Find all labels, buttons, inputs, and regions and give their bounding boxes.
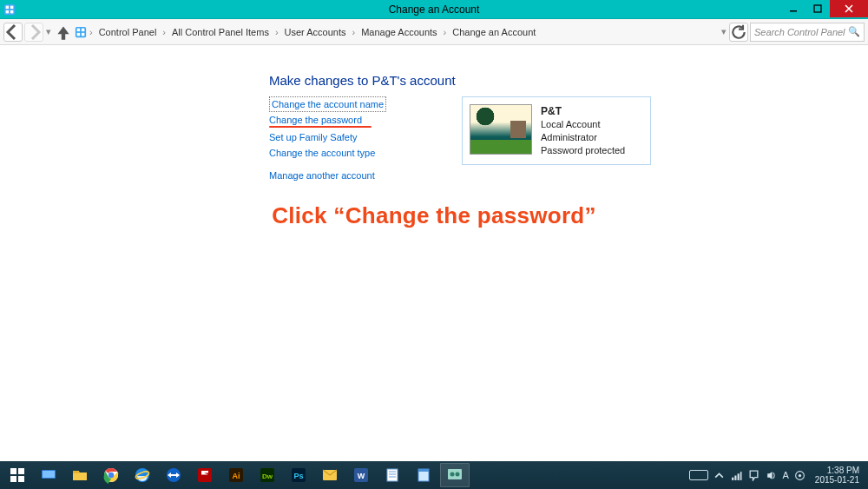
- taskbar-app-dreamweaver[interactable]: Dw: [253, 463, 282, 487]
- account-card: P&T Local Account Administrator Password…: [462, 96, 651, 165]
- svg-rect-1: [6, 5, 10, 9]
- account-info: P&T Local Account Administrator Password…: [541, 104, 625, 157]
- tray-ime-indicator[interactable]: A: [783, 470, 789, 480]
- search-placeholder: Search Control Panel: [754, 27, 845, 37]
- svg-text:Ai: Ai: [233, 472, 240, 480]
- svg-rect-11: [82, 32, 85, 36]
- close-button[interactable]: [830, 0, 868, 17]
- account-type: Local Account: [541, 118, 625, 131]
- taskbar-app-chrome[interactable]: [96, 463, 126, 487]
- breadcrumb-item[interactable]: Change an Account: [449, 25, 539, 39]
- tray-chevron-icon[interactable]: [713, 469, 726, 481]
- svg-rect-5: [790, 10, 797, 12]
- svg-rect-15: [18, 476, 24, 482]
- taskbar-app-desktop[interactable]: [34, 463, 63, 487]
- svg-rect-4: [10, 10, 14, 13]
- taskbar-app-ie[interactable]: [128, 463, 157, 487]
- account-protection: Password protected: [541, 144, 625, 157]
- link-change-account-type[interactable]: Change the account type: [269, 145, 375, 161]
- taskbar-app-explorer[interactable]: [65, 463, 95, 487]
- up-button[interactable]: [54, 23, 73, 42]
- link-family-safety[interactable]: Set up Family Safety: [269, 129, 358, 145]
- taskbar-app-notes[interactable]: [409, 463, 438, 487]
- svg-rect-24: [198, 468, 212, 482]
- svg-rect-46: [740, 472, 742, 480]
- taskbar-app-control-panel[interactable]: [440, 463, 470, 487]
- instruction-annotation: Click “Change the password”: [0, 202, 868, 229]
- svg-rect-14: [10, 476, 16, 482]
- svg-point-41: [450, 472, 455, 477]
- taskbar-app-teamviewer[interactable]: [159, 463, 188, 487]
- svg-rect-17: [43, 471, 55, 478]
- tray-date: 2015-01-21: [815, 475, 859, 485]
- chevron-right-icon: ›: [89, 27, 94, 37]
- breadcrumb-item[interactable]: All Control Panel Items: [168, 25, 273, 39]
- svg-rect-34: [387, 469, 398, 481]
- link-change-password[interactable]: Change the password: [269, 112, 362, 128]
- svg-rect-8: [77, 28, 81, 31]
- account-picture: [470, 104, 532, 155]
- tray-network-icon[interactable]: [731, 469, 743, 481]
- start-button[interactable]: [3, 463, 32, 487]
- taskbar-app-photoshop[interactable]: Ps: [284, 463, 313, 487]
- control-panel-icon: [3, 3, 16, 16]
- svg-point-20: [108, 472, 114, 478]
- tray-clock[interactable]: 1:38 PM 2015-01-21: [812, 466, 863, 485]
- address-dropdown[interactable]: ▾: [720, 26, 727, 37]
- forward-button[interactable]: [24, 23, 43, 42]
- svg-rect-10: [77, 32, 81, 36]
- taskbar-app-outlook[interactable]: [315, 463, 345, 487]
- minimize-button[interactable]: [781, 0, 806, 17]
- svg-text:Dw: Dw: [262, 472, 273, 480]
- svg-text:W: W: [358, 472, 365, 480]
- chevron-right-icon: ›: [443, 27, 448, 37]
- window-controls: [781, 0, 868, 17]
- chevron-right-icon: ›: [351, 27, 356, 37]
- location-icon: [75, 26, 87, 38]
- tray-ime-icon[interactable]: [794, 469, 806, 481]
- svg-point-42: [456, 472, 460, 477]
- touch-keyboard-icon[interactable]: [689, 470, 708, 480]
- search-icon[interactable]: 🔍: [848, 26, 860, 37]
- svg-rect-44: [734, 475, 736, 479]
- svg-rect-43: [732, 477, 733, 479]
- search-input[interactable]: Search Control Panel 🔍: [750, 23, 865, 42]
- account-role: Administrator: [541, 131, 625, 144]
- svg-rect-9: [82, 28, 85, 31]
- link-manage-another-account[interactable]: Manage another account: [269, 168, 375, 183]
- taskbar-app-filezilla[interactable]: [190, 463, 220, 487]
- maximize-button[interactable]: [806, 0, 830, 17]
- chevron-right-icon: ›: [161, 27, 167, 37]
- breadcrumb-item[interactable]: User Accounts: [281, 25, 350, 39]
- svg-text:Ps: Ps: [293, 472, 303, 480]
- window-titlebar: Change an Account: [0, 0, 868, 19]
- taskbar-app-illustrator[interactable]: Ai: [221, 463, 251, 487]
- tray-time: 1:38 PM: [815, 466, 859, 475]
- refresh-button[interactable]: [729, 23, 748, 42]
- svg-rect-13: [18, 468, 24, 474]
- page-heading: Make changes to P&T's account: [269, 73, 868, 88]
- taskbar-app-word[interactable]: W: [346, 463, 376, 487]
- svg-rect-12: [10, 468, 16, 474]
- svg-rect-3: [6, 10, 10, 13]
- content-pane: Make changes to P&T's account Change the…: [0, 45, 868, 229]
- account-actions: Change the account name Change the passw…: [269, 96, 443, 183]
- svg-rect-45: [738, 473, 740, 480]
- breadcrumb-item[interactable]: Manage Accounts: [358, 25, 440, 39]
- back-button[interactable]: [3, 23, 23, 42]
- taskbar-app-notepad[interactable]: [378, 463, 407, 487]
- chevron-right-icon: ›: [274, 27, 279, 37]
- system-tray: A 1:38 PM 2015-01-21: [689, 466, 867, 485]
- window-title: Change an Account: [0, 3, 868, 16]
- svg-rect-6: [814, 5, 821, 12]
- link-change-account-name[interactable]: Change the account name: [269, 96, 386, 112]
- svg-rect-39: [418, 469, 429, 472]
- svg-rect-2: [10, 5, 14, 9]
- history-dropdown[interactable]: ▾: [45, 26, 52, 37]
- svg-rect-18: [73, 471, 79, 473]
- address-bar: ▾ › Control Panel › All Control Panel It…: [0, 19, 868, 45]
- breadcrumb-item[interactable]: Control Panel: [95, 25, 161, 39]
- tray-volume-icon[interactable]: [766, 469, 778, 481]
- taskbar: Ai Dw Ps W A 1:38 PM 2015-01-21: [0, 461, 868, 489]
- tray-action-center-icon[interactable]: [748, 469, 760, 481]
